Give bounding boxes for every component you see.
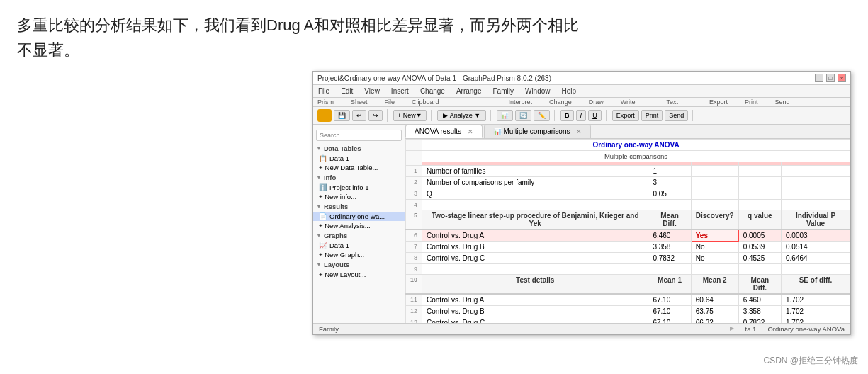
sidebar-item-projectinfo[interactable]: ℹ️ Project info 1: [313, 183, 405, 192]
tab-mc-label: Multiple comparisons: [504, 128, 570, 135]
toolbar-interpret-btn[interactable]: 📊: [497, 110, 513, 121]
sidebar-section-layouts[interactable]: ▼ Layouts: [313, 259, 405, 270]
sidebar-item-new-graph[interactable]: + New Graph...: [313, 250, 405, 259]
toolbar-underline-btn[interactable]: U: [588, 110, 602, 121]
analyze-label: Analyze ▼: [450, 112, 480, 119]
toolbar-print-btn[interactable]: Print: [641, 110, 663, 121]
rownum-3: 3: [406, 188, 422, 200]
col-header-sediff: SE of diff.: [782, 275, 850, 295]
rownum-11: 11: [406, 294, 422, 306]
empty12: [738, 200, 781, 210]
toolbar-icon-logo[interactable]: [317, 109, 332, 122]
sidebar-item-graph-data1[interactable]: 📈 Data 1: [313, 241, 405, 250]
toolbar-draw-btn[interactable]: ✏️: [534, 110, 550, 121]
col-header-meandiff: Mean Diff.: [648, 210, 691, 230]
close-button[interactable]: ×: [838, 74, 846, 82]
toolbar-btn-redo[interactable]: ↪: [368, 110, 383, 121]
sidebar-section-graphs[interactable]: ▼ Graphs: [313, 230, 405, 241]
label-export: Export: [709, 98, 728, 106]
row8-meandiff: 0.7832: [648, 253, 691, 264]
toolbar-btn-save[interactable]: 💾: [334, 110, 350, 121]
tab-mc-close[interactable]: ✕: [576, 128, 582, 135]
label-file: File: [385, 98, 395, 106]
rownum-6: 6: [406, 230, 422, 242]
rownum-4: 4: [406, 200, 422, 210]
row6-discovery: Yes: [691, 230, 738, 242]
graphpad-window: Project&Ordinary one-way ANOVA of Data 1…: [312, 71, 851, 335]
toolbar-new-button[interactable]: + New▼: [393, 110, 427, 121]
sidebar-item-data1[interactable]: 📋 Data 1: [313, 154, 405, 163]
menu-help[interactable]: Help: [560, 86, 579, 96]
tab-anova-close[interactable]: ✕: [468, 128, 473, 135]
row13-mean1: 67.10: [648, 317, 691, 324]
menu-change[interactable]: Change: [418, 86, 447, 96]
sidebar-item-new-analysis[interactable]: + New Analysis...: [313, 221, 405, 230]
empty16: [738, 264, 781, 275]
row8-qvalue: 0.4525: [738, 253, 781, 264]
col-header-mean1: Mean 1: [648, 275, 691, 295]
toolbar-send-btn[interactable]: Send: [665, 110, 688, 121]
window-controls[interactable]: — □ ×: [815, 74, 846, 82]
sidebar-section-datatables[interactable]: ▼ Data Tables: [313, 143, 405, 154]
empty7: [691, 188, 738, 200]
menu-family[interactable]: Family: [490, 86, 515, 96]
sidebar-item-new-layout[interactable]: + New Layout...: [313, 270, 405, 279]
rownum-10: 10: [406, 275, 422, 295]
label-write: Write: [621, 98, 636, 106]
empty10: [648, 200, 691, 210]
sidebar-item-ordinary-anova[interactable]: 📄 Ordinary one-wa...: [313, 212, 405, 221]
toolbar-btn-undo[interactable]: ↩: [352, 110, 366, 121]
row13-mean2: 66.32: [691, 317, 738, 324]
row11-mean2: 60.64: [691, 294, 738, 306]
bottom-data1[interactable]: ta 1: [745, 325, 757, 333]
empty6: [782, 177, 850, 188]
tab-multiple-comparisons[interactable]: 📊 Multiple comparisons ✕: [484, 125, 592, 138]
toolbar-analyze-button[interactable]: ▶ Analyze ▼: [437, 110, 486, 121]
search-input[interactable]: [316, 130, 402, 141]
val-num-comparisons: 3: [648, 177, 691, 188]
menu-insert[interactable]: Insert: [389, 86, 411, 96]
toolbar-group-export: Export Print Send: [612, 110, 694, 121]
menu-window[interactable]: Window: [523, 86, 553, 96]
bottom-bar: Family ▶ ta 1 Ordinary one-way ANOVa: [313, 323, 850, 334]
menu-arrange[interactable]: Arrange: [454, 86, 484, 96]
row6-qvalue: 0.0005: [738, 230, 781, 242]
top-text-line2: 不显著。: [17, 38, 851, 62]
label-num-families: Number of families: [422, 166, 648, 177]
menu-file[interactable]: File: [316, 86, 332, 96]
minimize-button[interactable]: —: [815, 74, 823, 82]
empty-rownum2: [406, 151, 422, 162]
row12-label: Control vs. Drug B: [422, 306, 648, 317]
label-draw: Draw: [589, 98, 604, 106]
label-q: Q: [422, 188, 648, 200]
sidebar-item-new-datatable[interactable]: + New Data Table...: [313, 163, 405, 172]
label-interpret: Interpret: [509, 98, 533, 106]
toolbar: 💾 ↩ ↪ + New▼ ▶ Analyze ▼ 📊 🔄 ✏️ B I U Ex…: [313, 107, 850, 125]
label-text: Text: [667, 98, 679, 106]
toolbar-change-btn[interactable]: 🔄: [515, 110, 531, 121]
menu-edit[interactable]: Edit: [339, 86, 355, 96]
label-sheet: Sheet: [351, 98, 368, 106]
col-header-meandiff2: Mean Diff.: [738, 275, 781, 295]
new-datatable-icon: +: [319, 164, 323, 171]
bottom-family[interactable]: Family: [319, 325, 339, 333]
sidebar-section-results[interactable]: ▼ Results: [313, 201, 405, 212]
row7-meandiff: 3.358: [648, 242, 691, 253]
toolbar-export-btn[interactable]: Export: [612, 110, 639, 121]
menu-view[interactable]: View: [362, 86, 382, 96]
sidebar-item-new-info[interactable]: + New info...: [313, 192, 405, 201]
tabs-row: ANOVA results ✕ 📊 Multiple comparisons ✕: [405, 125, 850, 139]
data1-icon: 📋: [319, 154, 327, 162]
maximize-button[interactable]: □: [826, 74, 835, 82]
toolbar-bold-btn[interactable]: B: [560, 110, 574, 121]
row8-discovery: No: [691, 253, 738, 264]
tab-anova-results[interactable]: ANOVA results ✕: [405, 125, 483, 138]
row12-mean2: 63.75: [691, 306, 738, 317]
rownum-12: 12: [406, 306, 422, 317]
content-area: ▼ Data Tables 📋 Data 1 + New Data Table.…: [313, 125, 850, 323]
toolbar-labels: Prism Sheet File Clipboard Interpret Cha…: [313, 98, 850, 107]
toolbar-italic-btn[interactable]: I: [576, 110, 587, 121]
bottom-anova-label[interactable]: Ordinary one-way ANOVa: [767, 325, 845, 333]
empty5: [738, 177, 781, 188]
sidebar-section-info[interactable]: ▼ Info: [313, 172, 405, 183]
